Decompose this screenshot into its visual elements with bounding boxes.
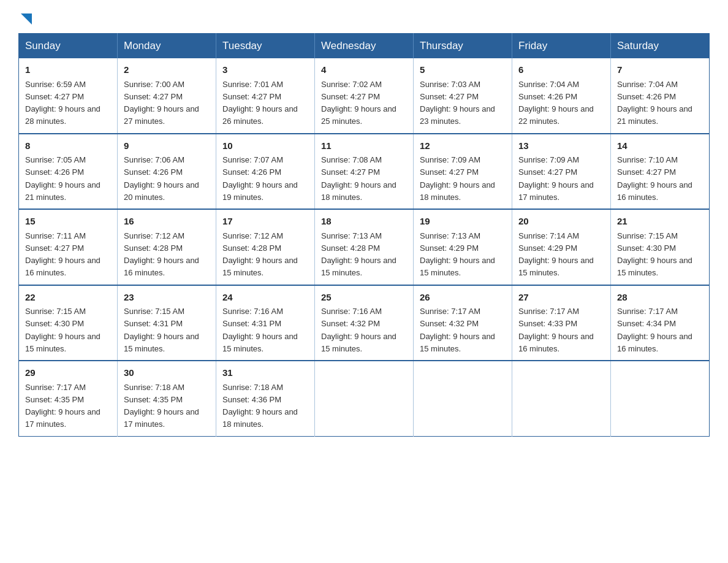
calendar-cell: 5 Sunrise: 7:03 AMSunset: 4:27 PMDayligh… (414, 58, 512, 134)
day-info: Sunrise: 7:17 AMSunset: 4:34 PMDaylight:… (617, 307, 692, 353)
column-header-wednesday: Wednesday (315, 34, 414, 59)
day-number: 2 (124, 63, 210, 77)
day-number: 9 (124, 139, 210, 153)
calendar-cell (611, 361, 710, 436)
day-number: 15 (25, 215, 111, 229)
day-info: Sunrise: 7:13 AMSunset: 4:29 PMDaylight:… (420, 231, 495, 278)
day-number: 21 (617, 215, 703, 229)
calendar-cell: 27 Sunrise: 7:17 AMSunset: 4:33 PMDaylig… (512, 285, 611, 361)
day-number: 7 (617, 63, 703, 77)
day-number: 26 (420, 291, 506, 305)
calendar-cell: 21 Sunrise: 7:15 AMSunset: 4:30 PMDaylig… (611, 209, 710, 285)
calendar-cell: 18 Sunrise: 7:13 AMSunset: 4:28 PMDaylig… (315, 209, 414, 285)
day-info: Sunrise: 7:17 AMSunset: 4:33 PMDaylight:… (518, 307, 594, 353)
day-info: Sunrise: 7:15 AMSunset: 4:30 PMDaylight:… (617, 231, 692, 278)
day-number: 31 (222, 366, 308, 380)
calendar-cell: 19 Sunrise: 7:13 AMSunset: 4:29 PMDaylig… (414, 209, 512, 285)
calendar-header-row: SundayMondayTuesdayWednesdayThursdayFrid… (19, 34, 710, 59)
day-info: Sunrise: 7:14 AMSunset: 4:29 PMDaylight:… (518, 231, 594, 278)
day-number: 18 (321, 215, 407, 229)
calendar-week-row: 1 Sunrise: 6:59 AMSunset: 4:27 PMDayligh… (19, 58, 710, 134)
calendar-cell: 17 Sunrise: 7:12 AMSunset: 4:28 PMDaylig… (216, 209, 315, 285)
day-info: Sunrise: 7:13 AMSunset: 4:28 PMDaylight:… (321, 231, 396, 278)
day-number: 3 (222, 63, 308, 77)
calendar-cell (414, 361, 512, 436)
calendar-cell: 13 Sunrise: 7:09 AMSunset: 4:27 PMDaylig… (512, 134, 611, 210)
column-header-sunday: Sunday (19, 34, 118, 59)
day-number: 5 (420, 63, 506, 77)
day-number: 27 (518, 291, 604, 305)
day-info: Sunrise: 7:04 AMSunset: 4:26 PMDaylight:… (518, 80, 594, 126)
day-info: Sunrise: 7:12 AMSunset: 4:28 PMDaylight:… (124, 231, 199, 278)
day-info: Sunrise: 7:04 AMSunset: 4:26 PMDaylight:… (617, 80, 692, 126)
calendar-cell: 12 Sunrise: 7:09 AMSunset: 4:27 PMDaylig… (414, 134, 512, 210)
calendar-cell: 3 Sunrise: 7:01 AMSunset: 4:27 PMDayligh… (216, 58, 315, 134)
svg-marker-0 (21, 13, 32, 25)
day-info: Sunrise: 7:07 AMSunset: 4:26 PMDaylight:… (222, 155, 298, 202)
calendar-week-row: 22 Sunrise: 7:15 AMSunset: 4:30 PMDaylig… (19, 285, 710, 361)
day-info: Sunrise: 7:11 AMSunset: 4:27 PMDaylight:… (25, 231, 100, 278)
calendar-cell: 29 Sunrise: 7:17 AMSunset: 4:35 PMDaylig… (19, 361, 118, 436)
day-info: Sunrise: 7:15 AMSunset: 4:30 PMDaylight:… (25, 307, 100, 353)
calendar-cell: 20 Sunrise: 7:14 AMSunset: 4:29 PMDaylig… (512, 209, 611, 285)
calendar-cell (315, 361, 414, 436)
calendar-cell (512, 361, 611, 436)
day-info: Sunrise: 6:59 AMSunset: 4:27 PMDaylight:… (25, 80, 100, 126)
calendar-cell: 26 Sunrise: 7:17 AMSunset: 4:32 PMDaylig… (414, 285, 512, 361)
calendar-cell: 15 Sunrise: 7:11 AMSunset: 4:27 PMDaylig… (19, 209, 118, 285)
day-info: Sunrise: 7:01 AMSunset: 4:27 PMDaylight:… (222, 80, 298, 126)
day-info: Sunrise: 7:16 AMSunset: 4:31 PMDaylight:… (222, 307, 298, 353)
day-number: 1 (25, 63, 111, 77)
day-number: 6 (518, 63, 604, 77)
day-info: Sunrise: 7:10 AMSunset: 4:27 PMDaylight:… (617, 155, 692, 202)
calendar-cell: 14 Sunrise: 7:10 AMSunset: 4:27 PMDaylig… (611, 134, 710, 210)
calendar-cell: 22 Sunrise: 7:15 AMSunset: 4:30 PMDaylig… (19, 285, 118, 361)
calendar-cell: 4 Sunrise: 7:02 AMSunset: 4:27 PMDayligh… (315, 58, 414, 134)
day-info: Sunrise: 7:15 AMSunset: 4:31 PMDaylight:… (124, 307, 199, 353)
day-number: 28 (617, 291, 703, 305)
calendar-cell: 16 Sunrise: 7:12 AMSunset: 4:28 PMDaylig… (118, 209, 216, 285)
day-number: 10 (222, 139, 308, 153)
calendar-cell: 30 Sunrise: 7:18 AMSunset: 4:35 PMDaylig… (118, 361, 216, 436)
day-info: Sunrise: 7:05 AMSunset: 4:26 PMDaylight:… (25, 155, 100, 202)
day-number: 29 (25, 366, 111, 380)
day-info: Sunrise: 7:17 AMSunset: 4:32 PMDaylight:… (420, 307, 495, 353)
day-number: 20 (518, 215, 604, 229)
calendar-cell: 1 Sunrise: 6:59 AMSunset: 4:27 PMDayligh… (19, 58, 118, 134)
calendar-cell: 6 Sunrise: 7:04 AMSunset: 4:26 PMDayligh… (512, 58, 611, 134)
day-info: Sunrise: 7:09 AMSunset: 4:27 PMDaylight:… (518, 155, 594, 202)
calendar-cell: 28 Sunrise: 7:17 AMSunset: 4:34 PMDaylig… (611, 285, 710, 361)
column-header-tuesday: Tuesday (216, 34, 315, 59)
calendar-cell: 9 Sunrise: 7:06 AMSunset: 4:26 PMDayligh… (118, 134, 216, 210)
calendar-cell: 8 Sunrise: 7:05 AMSunset: 4:26 PMDayligh… (19, 134, 118, 210)
day-number: 25 (321, 291, 407, 305)
day-info: Sunrise: 7:08 AMSunset: 4:27 PMDaylight:… (321, 155, 396, 202)
day-number: 16 (124, 215, 210, 229)
day-number: 19 (420, 215, 506, 229)
day-number: 13 (518, 139, 604, 153)
day-info: Sunrise: 7:03 AMSunset: 4:27 PMDaylight:… (420, 80, 495, 126)
day-info: Sunrise: 7:09 AMSunset: 4:27 PMDaylight:… (420, 155, 495, 202)
day-info: Sunrise: 7:18 AMSunset: 4:35 PMDaylight:… (124, 383, 199, 429)
calendar-cell: 2 Sunrise: 7:00 AMSunset: 4:27 PMDayligh… (118, 58, 216, 134)
day-number: 30 (124, 366, 210, 380)
calendar-table: SundayMondayTuesdayWednesdayThursdayFrid… (18, 33, 710, 437)
calendar-week-row: 15 Sunrise: 7:11 AMSunset: 4:27 PMDaylig… (19, 209, 710, 285)
calendar-cell: 23 Sunrise: 7:15 AMSunset: 4:31 PMDaylig… (118, 285, 216, 361)
logo (18, 12, 32, 27)
day-number: 17 (222, 215, 308, 229)
page-header (18, 12, 710, 27)
column-header-saturday: Saturday (611, 34, 710, 59)
day-info: Sunrise: 7:16 AMSunset: 4:32 PMDaylight:… (321, 307, 396, 353)
day-number: 12 (420, 139, 506, 153)
day-number: 14 (617, 139, 703, 153)
day-number: 22 (25, 291, 111, 305)
day-info: Sunrise: 7:02 AMSunset: 4:27 PMDaylight:… (321, 80, 396, 126)
day-number: 24 (222, 291, 308, 305)
day-number: 23 (124, 291, 210, 305)
calendar-cell: 24 Sunrise: 7:16 AMSunset: 4:31 PMDaylig… (216, 285, 315, 361)
calendar-week-row: 8 Sunrise: 7:05 AMSunset: 4:26 PMDayligh… (19, 134, 710, 210)
calendar-cell: 7 Sunrise: 7:04 AMSunset: 4:26 PMDayligh… (611, 58, 710, 134)
day-number: 8 (25, 139, 111, 153)
column-header-monday: Monday (118, 34, 216, 59)
